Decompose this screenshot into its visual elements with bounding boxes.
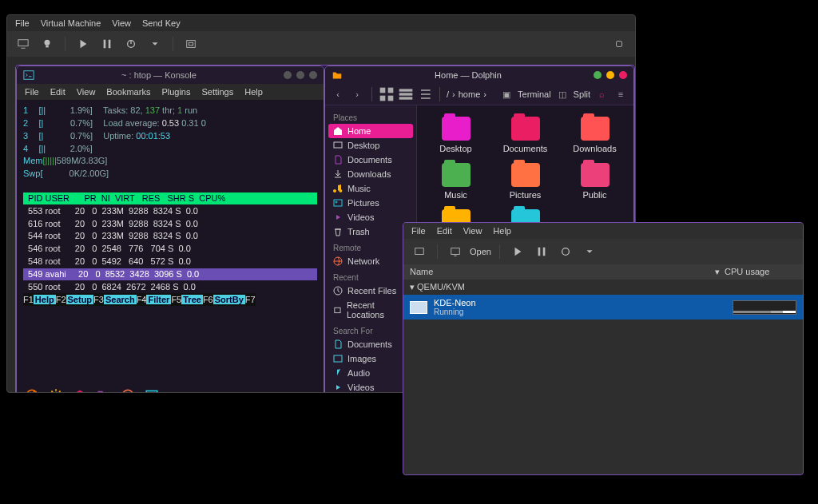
konsole-taskbar-icon[interactable]	[145, 388, 159, 393]
search-icon[interactable]: ⌕	[594, 86, 610, 102]
konsole-titlebar[interactable]: ~ : htop — Konsole	[17, 66, 324, 84]
svg-rect-14	[380, 88, 386, 93]
svg-rect-31	[538, 248, 541, 256]
folder-documents[interactable]: Documents	[493, 117, 558, 153]
connection-row[interactable]: ▾ QEMU/KVM	[403, 280, 803, 295]
firefox-icon[interactable]	[121, 388, 135, 393]
pause-icon[interactable]	[97, 34, 117, 54]
htop-fnkeys: F1HelpF2SetupF3SearchF4FilterF5TreeF6Sor…	[23, 293, 256, 306]
htop-output[interactable]: 1 [|| 1.9%] Tasks: 82, 137 thr; 1 run 2 …	[17, 100, 324, 312]
svg-rect-16	[380, 96, 386, 101]
svg-rect-27	[334, 355, 342, 362]
monitor-icon[interactable]	[14, 34, 33, 54]
open-vm-icon[interactable]	[446, 242, 465, 261]
svg-rect-4	[109, 40, 111, 49]
breadcrumb-root[interactable]: /	[447, 89, 449, 99]
forward-button[interactable]: ›	[349, 86, 365, 102]
sidebar-item-music[interactable]: Music	[325, 181, 416, 196]
usb-icon[interactable]	[610, 34, 629, 54]
konsole-title: ~ : htop — Konsole	[34, 70, 284, 80]
svg-point-10	[26, 390, 38, 393]
folder-pictures[interactable]: Pictures	[493, 163, 558, 200]
sidebar-item-desktop[interactable]: Desktop	[325, 138, 416, 153]
back-button[interactable]: ‹	[330, 86, 346, 102]
svg-rect-22	[334, 200, 342, 206]
software-center-icon[interactable]	[73, 388, 87, 393]
sidebar-item-documents[interactable]: Documents	[325, 153, 416, 167]
fullscreen-icon[interactable]	[181, 34, 201, 54]
svg-rect-7	[189, 42, 193, 46]
menu-send-key[interactable]: Send Key	[142, 18, 181, 28]
vm-menubar: File Virtual Machine View Send Key	[7, 15, 635, 31]
view-compact-button[interactable]	[398, 86, 414, 102]
menu-view[interactable]: View	[77, 87, 96, 97]
svg-rect-3	[104, 40, 106, 49]
view-details-button[interactable]	[417, 86, 433, 102]
split-button[interactable]: ◫	[554, 86, 570, 102]
menu-help[interactable]: Help	[244, 87, 263, 97]
close-button[interactable]	[619, 71, 627, 79]
sidebar-item-pictures[interactable]: Pictures	[325, 196, 416, 210]
terminal-label[interactable]: Terminal	[518, 89, 551, 99]
split-label[interactable]: Split	[574, 89, 590, 99]
svg-point-1	[45, 40, 50, 46]
vm-list-header[interactable]: Name ▾ CPU usage	[403, 264, 803, 280]
svg-rect-2	[46, 46, 49, 48]
menu-settings[interactable]: Settings	[201, 87, 233, 97]
open-label[interactable]: Open	[470, 247, 491, 256]
view-icons-button[interactable]	[379, 86, 395, 102]
min-button[interactable]	[594, 71, 602, 79]
vm-thumbnail	[410, 301, 427, 314]
terminal-panel-button[interactable]: ▣	[498, 86, 514, 102]
htop-header[interactable]: PID USER PR NI VIRT RES SHR S CPU%	[23, 192, 317, 204]
menu-plugins[interactable]: Plugins	[161, 87, 190, 97]
hamburger-icon[interactable]: ≡	[613, 86, 629, 102]
dropdown-icon[interactable]	[580, 242, 599, 261]
folder-music[interactable]: Music	[423, 163, 488, 200]
pause-icon[interactable]	[532, 242, 551, 261]
menu-edit[interactable]: Edit	[437, 226, 452, 236]
menu-file[interactable]: File	[411, 226, 426, 236]
kde-logo-icon[interactable]	[25, 388, 39, 393]
max-button[interactable]	[606, 71, 614, 79]
play-icon[interactable]	[508, 242, 527, 261]
svg-rect-13	[146, 391, 157, 393]
lightbulb-icon[interactable]	[38, 34, 57, 54]
menu-bookmarks[interactable]: Bookmarks	[106, 87, 150, 97]
menu-help[interactable]: Help	[493, 226, 511, 236]
new-vm-icon[interactable]	[410, 242, 429, 261]
menu-view[interactable]: View	[463, 226, 482, 236]
svg-rect-15	[388, 88, 394, 93]
dolphin-title: Home — Dolphin	[343, 70, 594, 80]
shutdown-icon[interactable]	[121, 34, 141, 54]
play-icon[interactable]	[73, 34, 93, 54]
breadcrumb-home[interactable]: home	[459, 89, 481, 99]
menu-virtual-machine[interactable]: Virtual Machine	[41, 18, 101, 28]
folder-public[interactable]: Public	[562, 163, 627, 200]
sidebar-item-home[interactable]: Home	[328, 124, 413, 138]
folder-desktop[interactable]: Desktop	[423, 117, 488, 153]
files-icon[interactable]	[97, 388, 111, 393]
vml-menubar: File Edit View Help	[403, 223, 803, 239]
konsole-menubar: File Edit View Bookmarks Plugins Setting…	[17, 84, 324, 100]
folder-icon	[332, 69, 343, 81]
folder-downloads[interactable]: Downloads	[562, 117, 627, 153]
sidebar-item-videos[interactable]: Videos	[325, 210, 416, 224]
cpu-usage-graph	[733, 300, 796, 315]
menu-view[interactable]: View	[112, 18, 131, 28]
menu-file[interactable]: File	[15, 18, 30, 28]
min-button[interactable]	[284, 71, 292, 79]
htop-selected-row[interactable]: 549 avahi 20 0 8532 3428 3096 S 0.0	[23, 268, 317, 280]
close-button[interactable]	[309, 71, 317, 79]
sidebar-item-downloads[interactable]: Downloads	[325, 167, 416, 181]
max-button[interactable]	[296, 71, 304, 79]
shutdown-icon[interactable]	[556, 242, 575, 261]
terminal-icon	[23, 69, 34, 81]
vm-row-kde-neon[interactable]: KDE-NeonRunning	[403, 295, 803, 319]
dropdown-icon[interactable]	[145, 34, 165, 54]
dolphin-titlebar[interactable]: Home — Dolphin	[325, 66, 633, 84]
menu-file[interactable]: File	[25, 87, 39, 97]
settings-icon[interactable]	[49, 388, 63, 393]
menu-edit[interactable]: Edit	[50, 87, 66, 97]
vm-toolbar	[7, 31, 635, 57]
